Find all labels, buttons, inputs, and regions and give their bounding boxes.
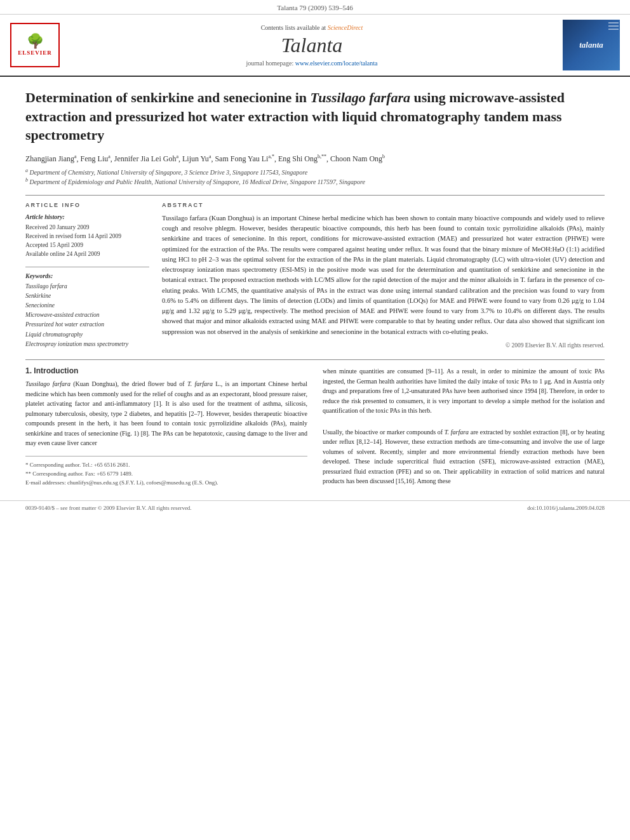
copyright-line: © 2009 Elsevier B.V. All rights reserved… (162, 342, 605, 349)
page: Talanta 79 (2009) 539–546 🌳 ELSEVIER Con… (0, 0, 630, 840)
authors: Zhangjian Jianga, Feng Liua, Jennifer Ji… (25, 154, 605, 164)
homepage-url[interactable]: www.elsevier.com/locate/talanta (295, 60, 378, 67)
footnote-1: * Corresponding author. Tel.: +65 6516 2… (25, 460, 307, 469)
talanta-logo-text: talanta (579, 40, 603, 50)
info-divider (25, 267, 149, 267)
affiliation-a: a Department of Chemistry, National Univ… (25, 168, 605, 176)
keyword-7: Electrospray ionization mass spectrometr… (25, 340, 149, 349)
abstract-column: ABSTRACT Tussilago farfara (Kuan Donghua… (162, 202, 605, 349)
intro-number: 1. (25, 366, 32, 375)
intro-title: Introduction (34, 366, 78, 375)
footnotes: * Corresponding author. Tel.: +65 6516 2… (25, 456, 307, 488)
keywords-block: Keywords: Tussilago farfara Senkirkine S… (25, 272, 149, 349)
talanta-logo-box: talanta (563, 20, 620, 70)
affiliations: a Department of Chemistry, National Univ… (25, 168, 605, 186)
title-part1: Determination of senkirkine and senecion… (25, 90, 311, 105)
intro-left-col: 1. Introduction Tussilago farfara (Kuan … (25, 366, 307, 488)
keyword-6: Liquid chromatography (25, 330, 149, 340)
keyword-4: Microwave-assisted extraction (25, 310, 149, 320)
introduction-section: 1. Introduction Tussilago farfara (Kuan … (25, 359, 605, 488)
footnote-2: ** Corresponding author. Fax: +65 6779 1… (25, 469, 307, 478)
homepage-label: journal homepage: (246, 60, 293, 67)
elsevier-logo: 🌳 ELSEVIER (10, 23, 61, 67)
intro-two-col: 1. Introduction Tussilago farfara (Kuan … (25, 366, 605, 488)
article-info-abstract-section: ARTICLE INFO Article history: Received 2… (25, 195, 605, 349)
abstract-text: Tussilago farfara (Kuan Donghua) is an i… (162, 213, 605, 337)
received-date: Received 20 January 2009 (25, 223, 149, 232)
footer-issn: 0039-9140/$ – see front matter © 2009 El… (25, 505, 192, 511)
talanta-logo-lines (607, 20, 620, 32)
keyword-3: Senecionine (25, 301, 149, 310)
journal-name: Talanta (67, 34, 556, 57)
sciencedirect-link[interactable]: ScienceDirect (328, 24, 363, 31)
journal-homepage: journal homepage: www.elsevier.com/locat… (67, 60, 556, 67)
intro-right-text: when minute quantities are consumed [9–1… (323, 366, 605, 416)
journal-center: Contents lists available at ScienceDirec… (67, 24, 556, 67)
keyword-5: Pressurized hot water extraction (25, 320, 149, 330)
footnote-3: E-mail addresses: chunlifys@nus.edu.sg (… (25, 478, 307, 487)
intro-right-col: when minute quantities are consumed [9–1… (323, 366, 605, 488)
article-info-label: ARTICLE INFO (25, 202, 149, 208)
intro-left-text: Tussilago farfara (Kuan Donghua), the dr… (25, 379, 307, 448)
article-content: Determination of senkirkine and senecion… (0, 77, 630, 494)
elsevier-tree-icon: 🌳 (27, 34, 44, 48)
accepted-date: Accepted 15 April 2009 (25, 241, 149, 250)
footer-doi: doi:10.1016/j.talanta.2009.04.028 (527, 505, 605, 511)
keywords-title: Keywords: (25, 272, 149, 279)
intro-right-text-2: Usually, the bioactive or marker compoun… (323, 427, 605, 486)
citation-text: Talanta 79 (2009) 539–546 (277, 4, 352, 11)
footer-bar: 0039-9140/$ – see front matter © 2009 El… (0, 500, 630, 515)
received-revised-date: Received in revised form 14 April 2009 (25, 232, 149, 241)
sciencedirect-line: Contents lists available at ScienceDirec… (67, 24, 556, 31)
article-title: Determination of senkirkine and senecion… (25, 88, 605, 145)
sciencedirect-label: Contents lists available at (261, 24, 326, 31)
keyword-2: Senkirkine (25, 291, 149, 301)
intro-heading: 1. Introduction (25, 366, 307, 375)
title-italic: Tussilago farfara (311, 90, 410, 105)
top-citation-bar: Talanta 79 (2009) 539–546 (0, 0, 630, 15)
article-history-block: Article history: Received 20 January 200… (25, 213, 149, 259)
elsevier-label: ELSEVIER (18, 50, 52, 56)
keyword-1: Tussilago farfara (25, 282, 149, 291)
available-date: Available online 24 April 2009 (25, 250, 149, 258)
article-info-column: ARTICLE INFO Article history: Received 2… (25, 202, 149, 349)
affiliation-b: b Department of Epidemiology and Public … (25, 177, 605, 185)
abstract-label: ABSTRACT (162, 202, 605, 208)
history-title: Article history: (25, 213, 149, 220)
journal-header: 🌳 ELSEVIER Contents lists available at S… (0, 15, 630, 77)
